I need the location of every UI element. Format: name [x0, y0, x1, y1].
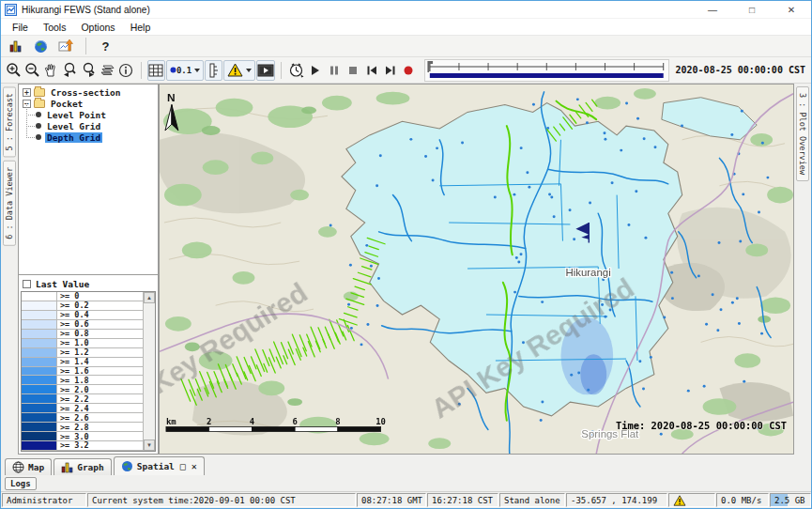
- menu-options[interactable]: Options: [73, 21, 122, 34]
- database-chart-button[interactable]: [5, 36, 26, 56]
- side-tab--forecast[interactable]: 5 : Forecast: [3, 86, 16, 157]
- scroll-up-icon[interactable]: ▲: [144, 292, 155, 303]
- info-button[interactable]: [117, 60, 135, 81]
- close-button[interactable]: ✕: [772, 1, 811, 18]
- time-slider[interactable]: [424, 59, 669, 82]
- bar-chart-icon: [61, 461, 73, 473]
- tree-node-pocket[interactable]: −Pocket: [19, 98, 158, 109]
- north-label: N: [167, 91, 176, 104]
- data-viewer-panel: +Cross-section−PocketLevel PointLevel Gr…: [18, 84, 159, 455]
- movie-play-icon: [257, 64, 274, 77]
- legend-row: >= 0: [22, 292, 143, 301]
- logs-button[interactable]: Logs: [5, 477, 37, 490]
- legend-threshold-label: >= 1.2: [57, 348, 143, 357]
- skip-to-start-button[interactable]: [362, 60, 380, 81]
- tab-maximize-icon[interactable]: □: [180, 461, 186, 471]
- legend-color-swatch: [22, 311, 57, 319]
- zoom-previous-button[interactable]: [61, 60, 79, 81]
- left-tab-strip: 5 : Forecast6 : Data Viewer: [1, 84, 18, 455]
- tree-connector: [19, 131, 36, 143]
- database-chart-icon: [8, 39, 23, 54]
- map-display-button[interactable]: [30, 36, 52, 56]
- legend-threshold-label: >= 1.4: [57, 358, 143, 366]
- pause-button[interactable]: [325, 60, 343, 81]
- tree-node-depth-grid[interactable]: Depth Grid: [19, 131, 158, 143]
- legend-row: >= 0.8: [22, 330, 143, 339]
- leaf-bullet-icon: [36, 134, 41, 140]
- timeseries-button[interactable]: [55, 36, 77, 56]
- tree-node-cross-section[interactable]: +Cross-section: [19, 86, 158, 98]
- play-icon: [309, 64, 322, 77]
- stop-button[interactable]: [344, 60, 361, 81]
- right-tab-strip: 3 : Plot Overview: [794, 84, 811, 455]
- leaf-bullet-icon: [36, 123, 41, 129]
- tab-map[interactable]: Map: [5, 458, 52, 475]
- tab-spatial[interactable]: Spatial□✕: [114, 456, 205, 475]
- export-animation-button[interactable]: [287, 60, 305, 81]
- scroll-down-icon[interactable]: ▼: [144, 440, 155, 451]
- warnings-dropdown[interactable]: [223, 60, 255, 81]
- scale-bar-tick-label: 8: [335, 417, 340, 426]
- legend-threshold-label: >= 0.6: [57, 320, 143, 329]
- status-text: 0.0 MB/s: [721, 496, 761, 505]
- zoom-in-button[interactable]: [5, 60, 23, 81]
- scale-bar-tick-label: 4: [250, 417, 254, 426]
- zoom-out-button[interactable]: [23, 60, 41, 81]
- tab-close-icon[interactable]: ✕: [192, 461, 197, 471]
- status-text: 08:27:18 GMT: [361, 496, 422, 505]
- legend-threshold-label: >= 1.0: [57, 339, 143, 347]
- minimize-button[interactable]: —: [693, 1, 732, 18]
- legend-color-swatch: [22, 394, 57, 403]
- globe-wire-icon: [12, 461, 24, 473]
- tab-label: Graph: [77, 462, 104, 472]
- legend-row: >= 1.4: [22, 358, 143, 367]
- last-value-row: Last Value: [21, 277, 156, 291]
- app-logo-icon: [5, 4, 17, 16]
- zoom-next-button[interactable]: [80, 60, 98, 81]
- status-mode: Stand alone: [499, 493, 565, 507]
- last-value-checkbox[interactable]: [23, 280, 31, 288]
- chevron-down-icon: [246, 69, 252, 72]
- legend-threshold-label: >= 1.6: [57, 367, 143, 376]
- side-tab--plot-overview[interactable]: 3 : Plot Overview: [796, 86, 809, 181]
- tree-node-level-point[interactable]: Level Point: [19, 109, 158, 120]
- expand-icon[interactable]: +: [23, 88, 31, 97]
- pause-icon: [328, 64, 341, 77]
- maximize-button[interactable]: □: [732, 1, 772, 18]
- tree-label[interactable]: Pocket: [49, 99, 84, 109]
- legend-color-swatch: [22, 292, 57, 301]
- animation-panel-button[interactable]: [256, 60, 275, 81]
- chart-up-arrow-icon: [58, 39, 74, 54]
- show-grid-button[interactable]: [147, 60, 165, 81]
- tab-graph[interactable]: Graph: [54, 458, 112, 475]
- status-memory: 2.5 GB: [770, 493, 811, 507]
- tree-label[interactable]: Level Grid: [45, 121, 102, 131]
- map-view[interactable]: API Key Required API Key Required Hikura…: [159, 84, 794, 455]
- record-button[interactable]: [400, 60, 418, 81]
- record-icon: [402, 64, 415, 77]
- legend-row: >= 3.0: [22, 432, 143, 441]
- legend-row: >= 1.6: [22, 367, 143, 377]
- pan-button[interactable]: [42, 60, 60, 81]
- scale-bar-segment: [338, 427, 381, 432]
- skip-to-end-button[interactable]: [381, 60, 399, 81]
- tree-node-level-grid[interactable]: Level Grid: [19, 120, 158, 131]
- tree-label[interactable]: Cross-section: [49, 87, 122, 98]
- legend-color-swatch: [22, 441, 57, 450]
- app-window: Hikurangi FEWS (Stand alone) — □ ✕ FileT…: [0, 0, 812, 509]
- play-button[interactable]: [306, 60, 324, 81]
- layers-button[interactable]: [99, 60, 116, 81]
- menu-file[interactable]: File: [5, 21, 36, 34]
- help-button[interactable]: ?: [95, 36, 116, 56]
- scale-bar-button[interactable]: [205, 60, 222, 81]
- legend-threshold-label: >= 3.2: [57, 441, 143, 450]
- tree-label[interactable]: Level Point: [45, 110, 108, 120]
- menu-tools[interactable]: Tools: [36, 21, 74, 34]
- tree-label[interactable]: Depth Grid: [45, 132, 102, 143]
- class-interval-dropdown[interactable]: 0.1: [166, 60, 204, 81]
- leaf-bullet-icon: [36, 112, 41, 117]
- side-tab--data-viewer[interactable]: 6 : Data Viewer: [3, 161, 16, 246]
- menu-help[interactable]: Help: [123, 21, 159, 34]
- scale-ruler-icon: [208, 63, 220, 78]
- legend-scrollbar[interactable]: ▲ ▼: [143, 292, 155, 451]
